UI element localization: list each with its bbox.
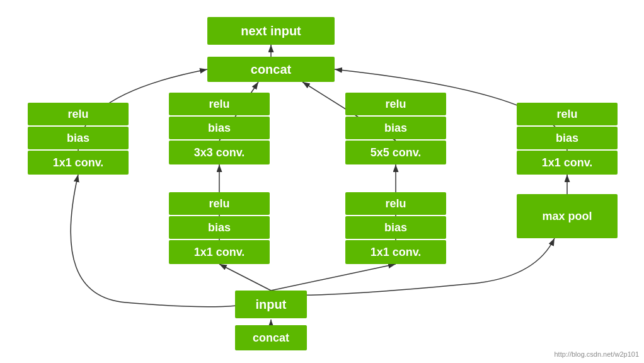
arrows-svg	[0, 0, 644, 363]
col2-relu: relu	[169, 93, 270, 115]
col2b-bias: bias	[169, 216, 270, 239]
col2-bias: bias	[169, 117, 270, 139]
col1-relu: relu	[28, 103, 129, 125]
col4-bias: bias	[517, 127, 618, 149]
col4-conv: 1x1 conv.	[517, 151, 618, 175]
col4-relu: relu	[517, 103, 618, 125]
col2b-relu: relu	[169, 192, 270, 215]
col2b-conv: 1x1 conv.	[169, 240, 270, 264]
col4-maxpool: max pool	[517, 194, 618, 238]
watermark: http://blog.csdn.net/w2p101	[554, 350, 639, 358]
concat-top-block: concat	[207, 57, 335, 82]
svg-line-3	[271, 264, 396, 291]
col3-relu: relu	[345, 93, 446, 115]
svg-line-2	[219, 264, 271, 291]
col3b-bias: bias	[345, 216, 446, 239]
diagram-container: next input concat relu bias 1x1 conv. re…	[0, 0, 644, 363]
next-input-block: next input	[207, 17, 335, 45]
col3-conv: 5x5 conv.	[345, 141, 446, 164]
input-block: input	[235, 291, 307, 318]
col1-conv: 1x1 conv.	[28, 151, 129, 175]
col1-bias: bias	[28, 127, 129, 149]
concat-bottom-block: concat	[235, 325, 307, 350]
col2-conv: 3x3 conv.	[169, 141, 270, 164]
col3-bias: bias	[345, 117, 446, 139]
col3b-relu: relu	[345, 192, 446, 215]
col3b-conv: 1x1 conv.	[345, 240, 446, 264]
